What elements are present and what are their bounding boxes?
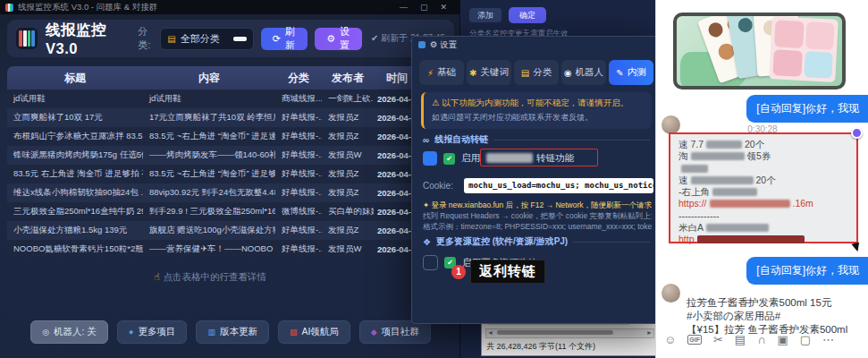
background-window-buttons: 添加 确定 (469, 7, 546, 23)
tab-category[interactable]: ▤ 分类 (514, 60, 559, 85)
table-hint: ☝点击表格中的行查看详情 (0, 271, 420, 284)
chat-input-toolbar: ☺ GIF ✂ ▤ ∩ ▣ ▢ ⋯ (664, 333, 834, 346)
col-category: 分类 (275, 71, 322, 86)
cookie-label: Cookie: (423, 181, 464, 191)
checkbox-checked[interactable]: ✔ (443, 153, 455, 165)
window-controls: — ▢ ✕ (400, 3, 454, 12)
table-row[interactable]: 三元极致全脂250ml*16盒纯牛奶 29.... 到手29.9 ! 三元极致全… (7, 202, 420, 221)
tab-beta[interactable]: ✎ 内测 (609, 60, 653, 85)
product-image[interactable] (673, 13, 846, 90)
refresh-icon: ⟳ (273, 33, 281, 45)
maximize-button[interactable]: ▢ (420, 3, 428, 12)
message-line: #小卖部の家居用品# (687, 310, 865, 323)
color-swatch[interactable] (423, 151, 437, 166)
app-icon (5, 4, 13, 12)
folder-icon: ▤ (521, 68, 529, 78)
dialog-tabs: ⚡ 基础 ✱ 关键词 ▤ 分类 ◉ 机器人 ✎ 内测 (419, 60, 653, 85)
avatar[interactable] (662, 284, 680, 303)
main-titlebar: 线报监控系统 V3.0 - 问题库 & 对接群 — ▢ ✕ (0, 0, 459, 14)
footer-toolbar: ◎ 机器人: 关 ● 更多项目 ▥ 版本更新 ▨ AI领航局 ◆ 项目社群 (7, 320, 454, 344)
table-row[interactable]: 锋味派黑猪肉烤肉烤肠175g 任选5件... ——烤肉烤肠发车——领140-60… (7, 146, 420, 165)
category-select[interactable]: ▤ 全部分类 (160, 28, 254, 50)
table-row[interactable]: 维达x线条小狗棉韧软抽90抽24包 ... 88vip30.92元 到手24包无… (7, 183, 420, 202)
lightning-icon: ⚡ (427, 68, 434, 78)
annotation-label: 返利转链 (470, 260, 545, 284)
scroll-right-arrow[interactable]: ► (645, 329, 653, 336)
cursor-arrow (851, 240, 863, 252)
cookie-hint: ✦ 登录 new.xianbao.fun 后，按 F12 → Network，随… (423, 200, 652, 232)
outgoing-message-bubble[interactable]: [自动回复]你好，我现 (746, 257, 868, 285)
statusbar-text: 共 26,428,426 字节(11 个文件) (486, 341, 595, 353)
hscroll-thumb[interactable] (497, 330, 613, 335)
pointing-hand-icon: ☝ (154, 271, 160, 282)
robot-toggle-button[interactable]: ◎ 机器人: 关 (30, 320, 108, 344)
tab-keywords[interactable]: ✱ 关键词 (467, 60, 511, 85)
censored-text (691, 176, 754, 184)
censored-text (697, 235, 805, 243)
more-projects-button[interactable]: ● 更多项目 (117, 320, 187, 344)
tab-basic[interactable]: ⚡ 基础 (419, 60, 464, 85)
table-row[interactable]: NOOBO氨糖软骨素钙片150粒*2瓶3... ——营养保健✈车！——NOOBO… (7, 240, 420, 259)
robot-icon: ◎ (42, 328, 49, 337)
version-update-button[interactable]: ▥ 版本更新 (196, 320, 269, 344)
gif-icon[interactable]: GIF (687, 335, 702, 345)
section-more-resources: ❖ 更多资源监控 (软件/资源/游戏PJ) (423, 235, 650, 248)
emoji-icon[interactable]: ☺ (664, 333, 676, 346)
censored-text (706, 224, 769, 232)
message-link[interactable]: https://.16m (678, 198, 848, 209)
community-icon: ◆ (371, 328, 377, 337)
category-value: 全部分类 (181, 32, 233, 46)
message-link-selected[interactable]: http (678, 234, 848, 245)
folder-icon[interactable]: ▤ (735, 333, 746, 346)
divider (573, 242, 650, 243)
settings-button[interactable]: ⚙ 设置 (315, 28, 362, 50)
horizontal-scrollbar[interactable]: ◄ ► (485, 328, 654, 338)
image-icon[interactable]: ▣ (778, 333, 788, 346)
add-button[interactable]: 添加 (469, 8, 501, 22)
censored-text (681, 165, 708, 173)
table-row[interactable]: 立而爽船袜了10双 17元 17元立而爽船袜了共10双 岭李恒后石... 好单线… (7, 108, 420, 127)
cookie-input[interactable]: mochu_us_load=mochu_us; mochu_us_notice (464, 178, 653, 193)
color-swatch-empty[interactable] (423, 255, 438, 270)
table-row[interactable]: 布根妈山宁参冰糖大豆露凉拌 83.5元 83.5元 ~右上角进 “淘金币” 进足… (7, 127, 420, 146)
confirm-button[interactable]: 确定 (509, 7, 546, 23)
annotated-message-redbox: 速 7.720个 淘领5券 速20个 -右上角 https://.16m ---… (669, 132, 858, 243)
app-logo (16, 28, 38, 49)
header-bar: 线报监控 V3.0 分类: ▤ 全部分类 ⟳ 刷新 ⚙ 设置 ✔刷新于 21:2… (7, 20, 454, 57)
scroll-left-arrow[interactable]: ◄ (486, 329, 494, 336)
annotation-pin-icon[interactable] (851, 127, 863, 139)
avatar[interactable] (662, 115, 680, 134)
check-icon: ✔ (371, 33, 378, 43)
headset-icon[interactable]: ∩ (757, 333, 765, 346)
outgoing-message-bubble[interactable]: [自动回复]你好，我现 (746, 95, 868, 123)
refresh-button[interactable]: ⟳ 刷新 (261, 28, 308, 50)
dialog-titlebar: ⚙ 设置 (412, 37, 659, 53)
globe-icon: ● (129, 328, 133, 337)
table-header: 标题 内容 分类 发布者 时间 (7, 66, 420, 90)
table-body: jd试用鞋 jd试用鞋 商城线报... 一剑陕上砍... 2026-04-22 … (7, 90, 420, 259)
robot-icon: ◉ (564, 68, 572, 78)
divider (493, 140, 650, 141)
checkbox-label: 启用转链功能 (461, 152, 598, 165)
col-publisher: 发布者 (322, 71, 374, 86)
hint-line-3: 格式示例：timezone=8; PHPSESSID=xxx; username… (423, 221, 652, 232)
message-line: 速20个 (678, 175, 848, 186)
select-indicator (233, 37, 247, 41)
minimize-button[interactable]: — (400, 3, 408, 12)
dialog-app-icon (418, 41, 426, 48)
auto-link-checkbox-row: ✔ 启用转链功能 (423, 151, 598, 166)
message-line: 拉芳鱼子酱香护发素500ml 15元 (687, 296, 865, 310)
censored-text (691, 152, 745, 160)
tab-robot[interactable]: ◉ 机器人 (561, 60, 606, 85)
table-row[interactable]: 小壳滋保处方猫粮1.5kg 139元 旗舰店 赠送吃100g小壳滋保处方猫粮..… (7, 221, 420, 240)
table-row[interactable]: jd试用鞋 jd试用鞋 商城线报... 一剑陕上砍... 2026-04-22 … (7, 90, 420, 108)
scissors-icon[interactable]: ✂ (713, 333, 723, 346)
close-button[interactable]: ✕ (440, 3, 447, 12)
table-row[interactable]: 83.5元 右上角进 淘金币 进足够拍 有... 83.5元 ~右上角进 “淘金… (7, 165, 420, 183)
hint-line-2: 找到 Request Headers → cookie，把整个 cookie 完… (423, 210, 652, 221)
censored-text (486, 153, 533, 163)
ai-navigator-button[interactable]: ▨ AI领航局 (278, 320, 350, 344)
window-shake-icon[interactable]: ▢ (800, 333, 811, 346)
more-icon[interactable]: ⋯ (822, 333, 834, 346)
col-title: 标题 (7, 71, 143, 86)
